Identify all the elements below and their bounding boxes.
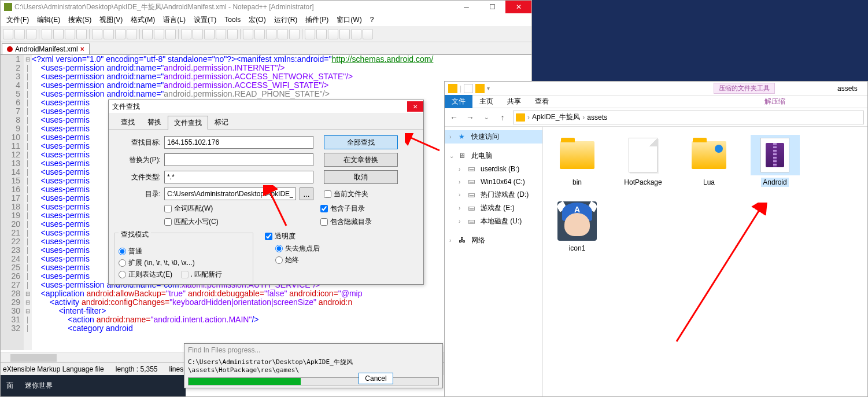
file-item[interactable]: Android: [749, 135, 801, 187]
browse-button[interactable]: ...: [300, 188, 313, 200]
ribbon-home-tab[interactable]: 主页: [472, 95, 500, 108]
toolbar-icon[interactable]: [254, 29, 265, 39]
new-folder-icon[interactable]: [475, 84, 485, 93]
always-radio[interactable]: [275, 256, 283, 264]
find-all-button[interactable]: 全部查找: [324, 135, 398, 149]
find-close-button[interactable]: ✕: [407, 101, 423, 112]
toolbar-icon[interactable]: [305, 29, 315, 39]
file-item[interactable]: Aicon1: [551, 201, 603, 253]
close-button[interactable]: ✕: [505, 1, 531, 13]
file-item[interactable]: bin: [551, 135, 603, 187]
find-target-input[interactable]: [164, 136, 313, 149]
find-tab[interactable]: 替换: [141, 115, 168, 129]
editor-tab[interactable]: AndroidManifest.xml ×: [2, 43, 90, 54]
toolbar-icon[interactable]: [181, 29, 191, 39]
match-case-checkbox[interactable]: [164, 218, 172, 226]
nav-forward-button[interactable]: →: [464, 112, 476, 123]
ribbon-extract-tab[interactable]: 解压缩: [758, 95, 792, 108]
menu-item[interactable]: 语言(L): [160, 14, 189, 26]
file-item[interactable]: HotPackage: [617, 135, 669, 187]
qat-dropdown-icon[interactable]: ▾: [487, 85, 490, 91]
address-box[interactable]: › ApkIDE_牛旋风 › assets: [513, 111, 864, 124]
find-tab[interactable]: 文件查找: [168, 116, 208, 130]
toolbar-icon[interactable]: [26, 29, 36, 39]
menu-item[interactable]: 设置(T): [190, 14, 220, 26]
menu-item[interactable]: 运行(R): [271, 14, 301, 26]
toolbar-icon[interactable]: [204, 29, 215, 39]
directory-input[interactable]: [164, 188, 296, 200]
sidebar-quick-access[interactable]: ›★快速访问: [445, 130, 542, 144]
toolbar-icon[interactable]: [76, 29, 87, 39]
sidebar-drive[interactable]: ›🖴userdisk (B:): [445, 163, 542, 175]
transparency-checkbox[interactable]: [265, 233, 272, 240]
menu-item[interactable]: Tools: [221, 14, 244, 25]
replace-in-files-button[interactable]: 在文章替换: [324, 153, 398, 167]
toolbar-icon[interactable]: [278, 29, 288, 39]
minimize-button[interactable]: ─: [453, 1, 479, 13]
toolbar-icon[interactable]: [3, 29, 13, 39]
toolbar-icon[interactable]: [243, 29, 253, 39]
toolbar-icon[interactable]: [127, 29, 137, 39]
nav-history-button[interactable]: ⌄: [481, 112, 492, 123]
toolbar-icon[interactable]: [142, 29, 153, 39]
menu-item[interactable]: 文件(F): [3, 14, 32, 26]
menu-item[interactable]: 窗口(W): [333, 14, 365, 26]
menu-item[interactable]: 编辑(E): [34, 14, 64, 26]
find-tab[interactable]: 查找: [114, 115, 141, 129]
mode-extended-radio[interactable]: [119, 259, 126, 267]
toolbar-icon[interactable]: [227, 29, 238, 39]
find-dialog-titlebar[interactable]: 文件查找 ✕: [109, 100, 423, 113]
ribbon-file-tab[interactable]: 文件: [445, 95, 472, 108]
sidebar-drive[interactable]: ›🖴Win10x64 (C:): [445, 175, 542, 188]
toolbar-icon[interactable]: [92, 29, 102, 39]
mode-normal-radio[interactable]: [119, 248, 126, 255]
explorer-content[interactable]: binHotPackageLuaAndroidAicon1: [543, 127, 867, 396]
toolbar-icon[interactable]: [316, 29, 327, 39]
menu-item[interactable]: 格式(M): [127, 14, 158, 26]
breadcrumb[interactable]: assets: [587, 113, 607, 122]
toolbar-icon[interactable]: [165, 29, 176, 39]
hidden-folders-checkbox[interactable]: [320, 218, 328, 226]
ribbon-view-tab[interactable]: 查看: [528, 95, 556, 108]
mode-regex-radio[interactable]: [119, 271, 126, 278]
menu-item[interactable]: 插件(P): [302, 14, 332, 26]
on-lose-focus-radio[interactable]: [275, 245, 283, 252]
current-folder-checkbox[interactable]: [324, 190, 331, 198]
ribbon-share-tab[interactable]: 共享: [500, 95, 528, 108]
toolbar-icon[interactable]: [42, 29, 52, 39]
toolbar-icon[interactable]: [65, 29, 75, 39]
toolbar-icon[interactable]: [266, 29, 276, 39]
filetype-input[interactable]: [164, 171, 313, 183]
breadcrumb[interactable]: ApkIDE_牛旋风: [532, 112, 580, 122]
menu-item[interactable]: 视图(V): [96, 14, 126, 26]
toolbar-icon[interactable]: [351, 29, 361, 39]
cancel-button[interactable]: 取消: [324, 170, 398, 184]
toolbar-icon[interactable]: [328, 29, 338, 39]
sidebar-network[interactable]: ›🖧网络: [445, 234, 542, 247]
menu-item[interactable]: ?: [367, 14, 378, 25]
toolbar-icon[interactable]: [216, 29, 226, 39]
toolbar-icon[interactable]: [104, 29, 114, 39]
toolbar-icon[interactable]: [115, 29, 125, 39]
nav-back-button[interactable]: ←: [448, 112, 460, 123]
find-tab[interactable]: 标记: [208, 115, 235, 129]
sidebar-drive[interactable]: ›🖴本地磁盘 (U:): [445, 215, 542, 228]
nav-up-button[interactable]: ↑: [497, 112, 508, 123]
maximize-button[interactable]: ☐: [479, 1, 505, 13]
toolbar-icon[interactable]: [363, 29, 373, 39]
sidebar-drive[interactable]: ›🖴游戏盘 (E:): [445, 201, 542, 215]
sidebar-drive[interactable]: ›🖴热门游戏盘 (D:): [445, 188, 542, 201]
taskbar-item[interactable]: 面: [6, 381, 13, 391]
toolbar-icon[interactable]: [53, 29, 64, 39]
sidebar-this-pc[interactable]: ⌄🖥此电脑: [445, 149, 542, 163]
menu-item[interactable]: 宏(O): [245, 14, 269, 26]
npp-titlebar[interactable]: C:\Users\Administrator\Desktop\ApkIDE_牛旋…: [1, 1, 531, 13]
subfolders-checkbox[interactable]: [320, 205, 328, 212]
toolbar-icon[interactable]: [289, 29, 300, 39]
tab-close-icon[interactable]: ×: [80, 45, 84, 53]
toolbar-icon[interactable]: [193, 29, 203, 39]
taskbar-item[interactable]: 迷你世界: [25, 381, 53, 391]
toolbar-icon[interactable]: [339, 29, 350, 39]
menu-item[interactable]: 搜索(S): [65, 14, 95, 26]
progress-cancel-button[interactable]: Cancel: [359, 373, 393, 384]
